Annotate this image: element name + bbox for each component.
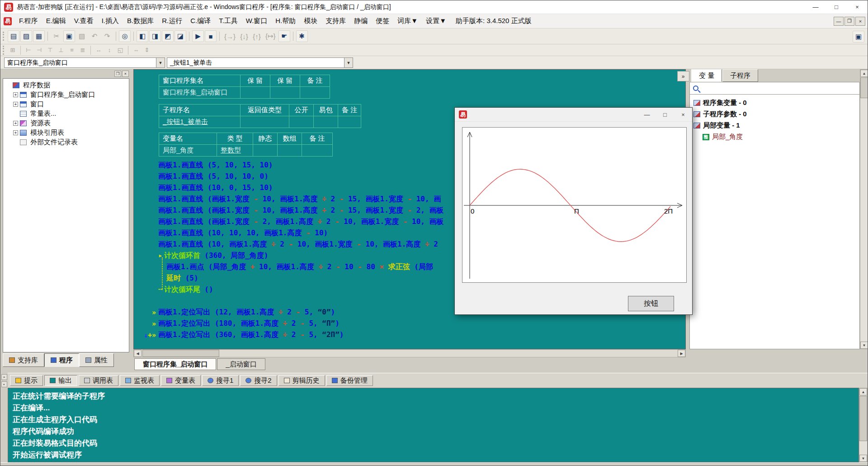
float-window[interactable]: 易 —□× 0Π2Π 按钮 <box>454 107 693 315</box>
method-combo[interactable]: _按钮1_被单击 ▼ <box>167 57 353 68</box>
tree-item[interactable]: +模块引用表 <box>3 128 129 138</box>
scroll-down-button[interactable]: ▼ <box>860 342 868 349</box>
menu-item[interactable]: F.程序 <box>15 17 42 25</box>
menu-item[interactable]: C.编译 <box>186 17 215 25</box>
copy-button[interactable]: ▣ <box>63 30 75 42</box>
code-line[interactable]: 画板1.画直线 (10, 画板1.高度 ÷ 2 - 10, 画板1.宽度 - 1… <box>158 240 438 249</box>
code-line[interactable]: 画板1.画直线 (10, 0, 15, 10) <box>158 183 273 193</box>
open-button[interactable]: ▨ <box>20 30 32 42</box>
code-line[interactable]: 画板1.定位写出 (360, 画板1.高度 ÷ 2 - 5, “2Π”) <box>158 330 344 340</box>
code-line[interactable]: 画板1.画直线 (画板1.宽度 - 10, 画板1.高度 ÷ 2 - 15, 画… <box>158 195 441 204</box>
tab-program[interactable]: 程序 <box>44 353 79 367</box>
step-out-button[interactable]: {↑} <box>251 30 263 42</box>
pause-button[interactable]: ☛ <box>278 30 290 42</box>
output-log[interactable]: 正在统计需要编译的子程序正在编译...正在生成主程序入口代码程序代码编译成功正在… <box>8 388 859 462</box>
scroll-right-button[interactable]: ▶ <box>678 350 685 357</box>
scroll-thumb[interactable] <box>860 77 868 98</box>
find-button[interactable]: ◎ <box>119 30 131 42</box>
mdi-minimize-button[interactable]: — <box>834 17 844 26</box>
assistant-button[interactable]: ✱ <box>296 30 308 42</box>
run-demo-button[interactable]: 按钮 <box>628 296 674 311</box>
menu-item[interactable]: T.工具 <box>215 17 242 25</box>
editor-hscrollbar[interactable]: ◀ ▶ <box>133 349 686 357</box>
center-horz-button[interactable]: ≡ <box>67 46 77 55</box>
redo-button[interactable]: ↷ <box>101 30 113 42</box>
toolbar-grip[interactable] <box>3 46 4 55</box>
tab-support-lib[interactable]: 支持库 <box>3 353 44 367</box>
table-value-cell[interactable]: 窗口程序集_启动窗口 <box>159 87 241 99</box>
file-tab-class-file[interactable]: 窗口程序集_启动窗口 <box>134 358 216 370</box>
menu-item[interactable]: 支持库 <box>321 17 350 25</box>
code-line[interactable]: 画板1.定位写出 (180, 画板1.高度 ÷ 2 - 5, “Π”) <box>158 319 340 328</box>
output-tab-search2[interactable]: 搜寻2 <box>240 375 277 386</box>
table-value-cell[interactable] <box>270 87 300 99</box>
code-line[interactable]: 画板1.画直线 (5, 10, 10, 0) <box>158 172 269 181</box>
tree-item[interactable]: 外部文件记录表 <box>3 138 129 147</box>
menu-item[interactable]: 静编 <box>350 17 372 25</box>
table-value-cell[interactable] <box>302 145 333 157</box>
space-horz-button[interactable]: ⇔ <box>131 46 141 55</box>
table-value-cell[interactable]: _按钮1_被单击 <box>159 116 241 128</box>
close-panel-button[interactable]: × <box>122 71 129 77</box>
align-left-button[interactable]: ⊢ <box>24 46 33 55</box>
scroll-thumb[interactable] <box>142 350 219 357</box>
layout-2-button[interactable]: ◨ <box>149 30 161 42</box>
code-line[interactable]: 画板1.画直线 (画板1.宽度 - 10, 画板1.高度 ÷ 2 - 15, 画… <box>158 206 444 215</box>
class-combo[interactable]: 窗口程序集_启动窗口 ▼ <box>4 57 165 68</box>
menu-item[interactable]: 设置▼ <box>422 17 450 25</box>
variable-search-input[interactable] <box>701 84 859 93</box>
same-size-button[interactable]: ◱ <box>115 46 125 55</box>
code-line[interactable]: 画板1.画直线 (画板1.宽度 - 2, 画板1.高度 ÷ 2 - 10, 画板… <box>158 217 444 227</box>
window-manager-button[interactable]: ▣ <box>853 31 864 43</box>
expand-toggle[interactable]: + <box>13 130 18 135</box>
code-line[interactable]: 画板1.画直线 (5, 10, 15, 10) <box>158 161 273 170</box>
table-value-cell[interactable] <box>241 116 289 128</box>
step-over-button[interactable]: {→} <box>222 30 237 42</box>
expand-toggle[interactable]: + <box>13 92 18 97</box>
scroll-thumb[interactable] <box>859 396 867 441</box>
fw-minimize-button[interactable]: — <box>638 108 656 121</box>
pin-output-button[interactable]: ▪ <box>1 381 7 387</box>
table-value-cell[interactable] <box>241 87 270 99</box>
close-button[interactable]: × <box>847 0 868 14</box>
output-tab-backup[interactable]: 备份管理 <box>326 375 373 386</box>
float-window-titlebar[interactable]: 易 —□× <box>455 108 692 122</box>
grid-button[interactable]: ⊞ <box>8 46 18 55</box>
output-tab-hint[interactable]: 提示 <box>10 375 43 386</box>
table-value-cell[interactable] <box>253 145 278 157</box>
output-tab-clip-history[interactable]: 剪辑历史 <box>278 375 325 386</box>
table-value-cell[interactable]: 整数型 <box>217 145 253 157</box>
paste-button[interactable]: ▧ <box>76 30 88 42</box>
menu-item[interactable]: V.查看 <box>70 17 98 25</box>
menu-item[interactable]: R.运行 <box>158 17 186 25</box>
step-into-button[interactable]: {↓} <box>238 30 250 42</box>
layout-4-button[interactable]: ◪ <box>175 30 186 42</box>
code-line[interactable]: ▸计次循环首 (360, 局部_角度) <box>158 251 268 261</box>
tree-item[interactable]: 常量表... <box>3 109 129 119</box>
menu-item[interactable]: 便签 <box>372 17 393 25</box>
code-line[interactable]: 画板1.画点 (局部_角度 + 10, 画板1.高度 ÷ 2 - 10 - 80… <box>158 262 433 272</box>
scroll-up-button[interactable]: ▲ <box>860 70 868 77</box>
minimize-button[interactable]: — <box>805 0 826 14</box>
layout-3-button[interactable]: ◩ <box>162 30 174 42</box>
variable-tree-item[interactable]: 局部变量 - 1 <box>690 120 859 131</box>
menu-item[interactable]: 词库▼ <box>393 17 422 25</box>
table-value-cell[interactable] <box>314 116 338 128</box>
variable-tree-item[interactable]: 程序集变量 - 0 <box>690 97 859 109</box>
output-tab-vars[interactable]: 变量表 <box>161 375 201 386</box>
chevron-down-icon[interactable]: ▼ <box>344 58 353 67</box>
fw-maximize-button[interactable]: □ <box>656 108 674 121</box>
tab-properties[interactable]: 属性 <box>79 353 114 367</box>
mdi-restore-button[interactable]: ❐ <box>844 17 854 26</box>
menu-item[interactable]: H.帮助 <box>271 17 300 25</box>
chevron-down-icon[interactable]: ▼ <box>156 58 165 67</box>
scroll-up-button[interactable]: ▲ <box>859 388 867 395</box>
align-right-button[interactable]: ⊣ <box>34 46 44 55</box>
output-tab-watch[interactable]: 监视表 <box>120 375 160 386</box>
output-tab-calls[interactable]: 调用表 <box>79 375 118 386</box>
tab-variables[interactable]: 变 量 <box>691 69 722 82</box>
tree-item[interactable]: +资源表 <box>3 119 129 128</box>
table-value-cell[interactable] <box>289 116 314 128</box>
layout-1-button[interactable]: ◧ <box>137 30 148 42</box>
output-tab-output[interactable]: 输出 <box>44 375 77 386</box>
